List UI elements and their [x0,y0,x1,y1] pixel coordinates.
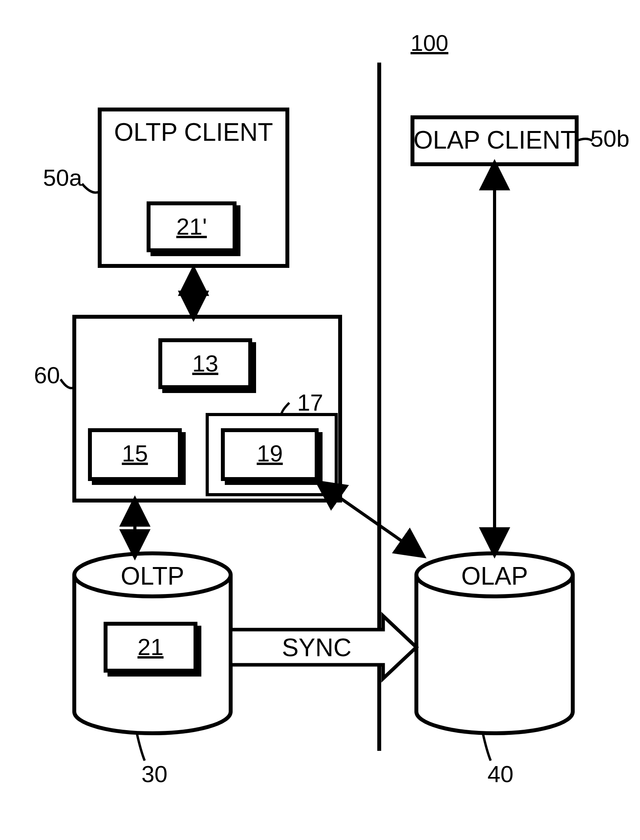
node-17-ref: 17 [297,389,323,416]
oltp-db: OLTP 21 [74,553,231,733]
oltp-client-inner-ref: 21' [176,214,207,240]
oltp-db-label: OLTP [121,562,184,590]
node-13-ref: 13 [192,350,219,377]
olap-client-label: OLAP CLIENT [414,126,576,154]
node-19-ref: 19 [257,440,283,467]
olap-db: OLAP [416,553,573,733]
oltp-client-ref: 50a [43,165,82,191]
diagram-canvas: 100 OLTP CLIENT 21' 50a OLAP CLIENT 50b … [0,0,640,840]
olap-client-ref-leader: 50b [577,126,629,152]
oltp-db-ref-leader: 30 [137,733,167,787]
olap-client-ref: 50b [590,126,629,152]
sync-label: SYNC [282,634,351,662]
oltp-client-label: OLTP CLIENT [114,118,273,146]
olap-client-box: OLAP CLIENT [412,117,577,164]
figure-ref: 100 [411,30,448,56]
middle-block-ref: 60 [34,362,60,388]
olap-db-ref-leader: 40 [483,733,513,787]
middle-block: 60 13 17 19 15 [34,317,340,501]
oltp-db-inner-ref: 21 [138,634,164,660]
oltp-client-ref-leader: 50a [43,165,100,193]
oltp-client-box: OLTP CLIENT 21' [100,109,287,266]
olap-db-label: OLAP [461,562,528,590]
arrow-19-to-olapdb [319,483,422,555]
olap-db-ref: 40 [488,761,514,787]
node-15-ref: 15 [122,440,148,467]
sync-arrow: SYNC [231,616,416,678]
oltp-db-ref: 30 [142,761,168,787]
